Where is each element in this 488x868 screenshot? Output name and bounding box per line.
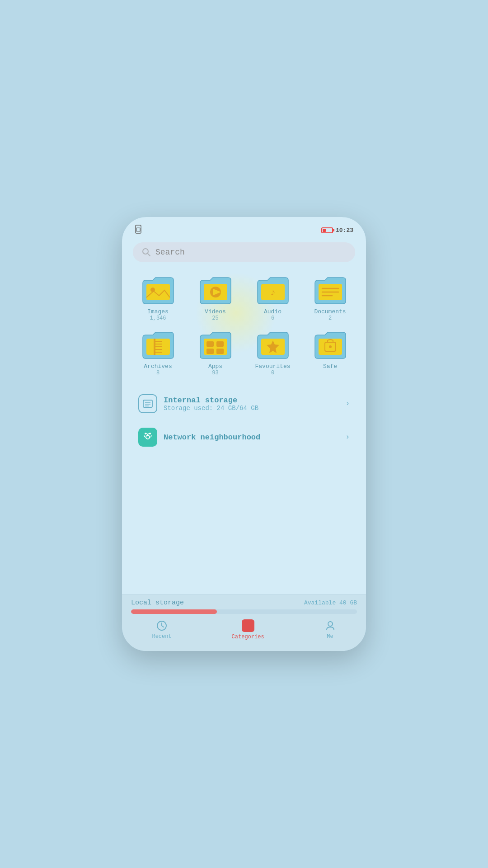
main-content: Images 1,346 Videos 25 [122, 268, 366, 594]
folder-item-safe[interactable]: Safe [303, 327, 357, 378]
recent-icon [156, 620, 168, 632]
svg-point-61 [328, 622, 333, 626]
svg-line-3 [148, 254, 150, 256]
nav-label-categories: Categories [232, 634, 264, 640]
phone-frame: 10:23 Search [122, 217, 366, 651]
nav-item-categories[interactable]: Categories [223, 618, 273, 642]
svg-rect-24 [216, 341, 224, 347]
folder-label-documents: Documents [314, 308, 346, 315]
sim-icon [135, 225, 142, 236]
internal-storage-icon [138, 394, 157, 413]
folder-count-videos: 25 [212, 315, 218, 321]
folder-count-images: 1,346 [150, 315, 166, 321]
folder-label-safe: Safe [323, 363, 337, 370]
storage-section: Internal storage Storage used: 24 GB/64 … [131, 388, 357, 453]
network-storage-item[interactable]: Network neighbourhood › [131, 421, 357, 453]
folder-icon-images [140, 274, 176, 307]
folder-label-archives: Archives [144, 363, 172, 370]
chevron-right-icon: › [345, 400, 350, 408]
internal-storage-subtitle: Storage used: 24 GB/64 GB [164, 405, 339, 412]
folder-label-videos: Videos [205, 308, 226, 315]
folder-label-images: Images [147, 308, 169, 315]
folder-item-documents[interactable]: Documents 2 [303, 272, 357, 323]
me-icon [324, 620, 336, 632]
nav-item-me[interactable]: Me [315, 618, 345, 642]
categories-icon [242, 619, 254, 632]
bottom-nav: Recent Categories Me [122, 614, 366, 651]
folder-count-archives: 8 [156, 370, 160, 376]
status-right: 10:23 [321, 227, 353, 234]
search-container: Search [122, 240, 366, 268]
folder-label-audio: Audio [264, 308, 282, 315]
folder-count-audio: 6 [271, 315, 274, 321]
svg-rect-23 [206, 341, 214, 347]
local-storage-header: Local storage Available 40 GB 🧹 [131, 599, 357, 607]
folder-icon-audio: ♪ [255, 274, 291, 307]
folder-item-audio[interactable]: ♪ Audio 6 [246, 272, 300, 323]
svg-point-2 [143, 249, 148, 254]
svg-rect-1 [136, 228, 140, 231]
search-placeholder: Search [155, 248, 185, 257]
internal-storage-title: Internal storage [164, 396, 339, 405]
folder-icon-archives [140, 329, 176, 361]
nav-item-recent[interactable]: Recent [143, 618, 180, 642]
folder-item-videos[interactable]: Videos 25 [188, 272, 242, 323]
chevron-right-network-icon: › [345, 433, 350, 441]
folder-icon-safe [312, 329, 348, 361]
bottom-storage: Local storage Available 40 GB 🧹 [122, 594, 366, 614]
folder-icon-documents [312, 274, 348, 307]
svg-point-36 [146, 435, 150, 439]
folder-count-documents: 2 [328, 315, 332, 321]
svg-rect-26 [216, 349, 224, 354]
internal-storage-item[interactable]: Internal storage Storage used: 24 GB/64 … [131, 388, 357, 420]
screen: 10:23 Search [122, 217, 366, 651]
svg-point-31 [329, 345, 332, 348]
folder-icon-apps [197, 329, 234, 361]
network-storage-title: Network neighbourhood [164, 433, 339, 442]
svg-point-37 [145, 433, 146, 434]
folder-icon-videos [197, 274, 234, 307]
folder-label-apps: Apps [208, 363, 222, 370]
internal-storage-text: Internal storage Storage used: 24 GB/64 … [164, 396, 339, 412]
folder-count-favourites: 0 [271, 370, 274, 376]
nav-label-recent: Recent [152, 633, 171, 640]
time-display: 10:23 [336, 227, 353, 234]
folder-label-favourites: Favourites [255, 363, 290, 370]
folder-item-archives[interactable]: Archives 8 [131, 327, 185, 378]
status-bar: 10:23 [122, 217, 366, 240]
folder-item-images[interactable]: Images 1,346 [131, 272, 185, 323]
search-icon [142, 248, 151, 257]
svg-text:♪: ♪ [270, 287, 276, 298]
battery-fill [323, 229, 326, 232]
battery-icon [321, 227, 333, 233]
storage-bar-fill [131, 609, 217, 614]
svg-point-38 [149, 433, 151, 434]
network-storage-icon [138, 428, 157, 447]
search-bar[interactable]: Search [133, 242, 355, 262]
local-storage-available: Available 40 GB [304, 599, 357, 606]
storage-progress-bar [131, 609, 357, 614]
folder-item-apps[interactable]: Apps 93 [188, 327, 242, 378]
folder-icon-favourites [255, 329, 291, 361]
svg-rect-25 [206, 349, 214, 354]
folder-grid: Images 1,346 Videos 25 [131, 268, 357, 382]
folder-item-favourites[interactable]: Favourites 0 [246, 327, 300, 378]
network-storage-text: Network neighbourhood [164, 433, 339, 442]
local-storage-title: Local storage [131, 599, 184, 607]
nav-label-me: Me [327, 633, 333, 640]
folder-count-apps: 93 [212, 370, 218, 376]
